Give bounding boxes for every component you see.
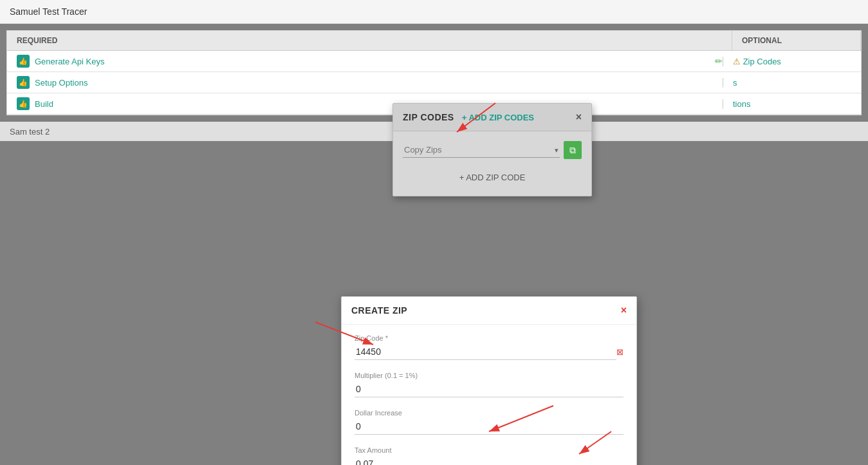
create-zip-title: CREATE ZIP — [351, 305, 407, 316]
dollar-increase-label: Dollar Increase — [355, 409, 623, 417]
setup-options-link[interactable]: Setup Options — [35, 78, 88, 88]
optional-cell-1: ⚠ Zip Codes — [723, 57, 851, 66]
thumb-icon: 👍 — [17, 55, 30, 68]
optional-s-link[interactable]: s — [733, 78, 737, 88]
zip-modal-close-button[interactable]: × — [576, 111, 582, 123]
copy-icon[interactable]: ⧉ — [564, 141, 582, 159]
build-link[interactable]: Build — [35, 99, 53, 109]
required-header: REQUIRED — [7, 31, 732, 50]
add-zip-code-button[interactable]: + ADD ZIP CODE — [403, 169, 582, 186]
zip-codes-link[interactable]: Zip Codes — [743, 57, 781, 66]
generate-api-keys-link[interactable]: Generate Api Keys — [35, 57, 104, 66]
thumb-icon: 👍 — [17, 76, 30, 89]
tax-amount-field: Tax Amount — [355, 446, 623, 465]
optional-cell-2: s — [723, 78, 851, 88]
zip-codes-modal: ZIP CODES + ADD ZIP CODES × ▾ ⧉ + ADD ZI… — [392, 103, 592, 196]
optional-header: OPTIONAL — [732, 31, 861, 50]
table-row: 👍 Generate Api Keys ✏ ⚠ Zip Codes — [7, 51, 861, 72]
edit-icon[interactable]: ✏ — [715, 56, 723, 66]
optional-cell-3: tions — [723, 99, 851, 109]
zip-code-input[interactable] — [355, 344, 616, 360]
warning-icon: ⚠ — [733, 57, 741, 66]
clear-zip-code-icon[interactable]: ⊠ — [616, 347, 623, 357]
optional-tions-link[interactable]: tions — [733, 99, 750, 109]
page-title: Samuel Test Tracer — [10, 6, 87, 17]
add-zip-codes-button[interactable]: + ADD ZIP CODES — [462, 113, 534, 122]
multiplier-field: Multiplier (0.1 = 1%) — [355, 372, 623, 397]
chevron-down-icon: ▾ — [555, 146, 559, 155]
multiplier-input[interactable] — [355, 381, 623, 397]
create-zip-modal: CREATE ZIP × Zip Code * ⊠ Multiplier (0.… — [341, 296, 637, 465]
table-row: 👍 Setup Options s — [7, 72, 861, 93]
section-title: Sam test 2 — [10, 127, 50, 137]
thumb-icon: 👍 — [17, 97, 30, 110]
create-zip-close-button[interactable]: × — [621, 305, 627, 316]
copy-zips-input[interactable] — [403, 142, 560, 158]
dollar-increase-field: Dollar Increase — [355, 409, 623, 435]
tax-amount-label: Tax Amount — [355, 446, 623, 454]
zip-code-field: Zip Code * ⊠ — [355, 334, 623, 360]
tax-amount-input[interactable] — [355, 456, 623, 465]
zip-code-label: Zip Code * — [355, 334, 623, 342]
dollar-increase-input[interactable] — [355, 419, 623, 435]
zip-modal-title: ZIP CODES — [403, 112, 454, 122]
multiplier-label: Multiplier (0.1 = 1%) — [355, 372, 623, 379]
